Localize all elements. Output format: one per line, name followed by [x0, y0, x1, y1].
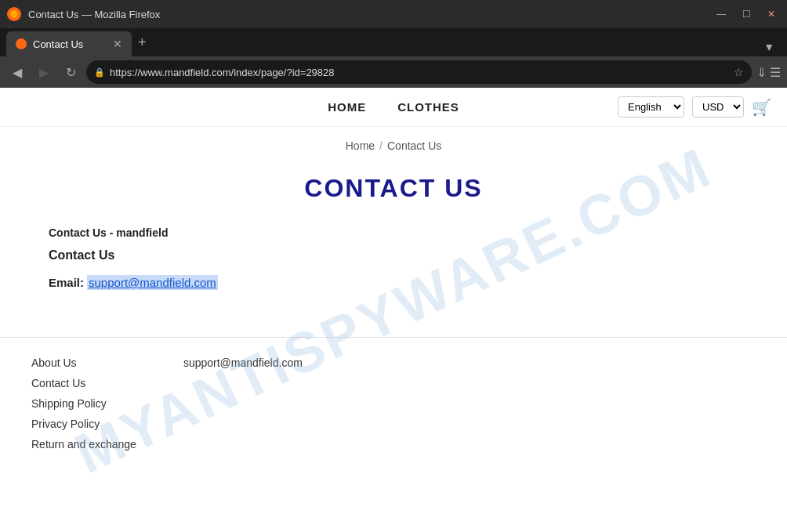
- breadcrumb-home[interactable]: Home: [346, 139, 375, 152]
- tab-bar: Contact Us ✕ + ▼: [0, 28, 787, 56]
- footer-about-us[interactable]: About Us: [31, 356, 136, 369]
- contact-section-subtitle: Contact Us - mandfield: [49, 226, 738, 239]
- site-navigation: HOME CLOTHES English French Spanish USD …: [0, 88, 787, 127]
- nav-right-controls: English French Spanish USD EUR GBP 🛒: [618, 96, 771, 118]
- back-button[interactable]: ◀: [6, 61, 28, 83]
- maximize-button[interactable]: ☐: [737, 5, 756, 24]
- svg-point-1: [10, 10, 18, 18]
- toolbar-right: ⇓ ☰: [756, 65, 781, 80]
- bookmark-icon[interactable]: ☆: [734, 66, 744, 78]
- title-bar: Contact Us — Mozilla Firefox — ☐ ✕: [0, 0, 787, 28]
- lock-icon: 🔒: [94, 67, 105, 78]
- footer-return-exchange[interactable]: Return and exchange: [31, 438, 136, 451]
- page-title: CONTACT US: [49, 174, 738, 203]
- tab-favicon: [16, 38, 27, 49]
- close-button[interactable]: ✕: [762, 5, 781, 24]
- footer-contact-us[interactable]: Contact Us: [31, 377, 136, 389]
- active-tab[interactable]: Contact Us ✕: [6, 31, 132, 56]
- tab-close-button[interactable]: ✕: [113, 38, 122, 50]
- tab-list-button[interactable]: ▼: [757, 38, 781, 56]
- url-text: https://www.mandfield.com/index/page/?id…: [110, 67, 729, 78]
- footer-privacy-policy[interactable]: Privacy Policy: [31, 418, 136, 430]
- footer-shipping-policy[interactable]: Shipping Policy: [31, 397, 136, 410]
- language-select[interactable]: English French Spanish: [618, 96, 684, 118]
- site-footer: About Us Contact Us Shipping Policy Priv…: [0, 337, 787, 469]
- breadcrumb: Home / Contact Us: [0, 127, 787, 158]
- tab-title: Contact Us: [33, 38, 107, 50]
- footer-links-column: About Us Contact Us Shipping Policy Priv…: [31, 356, 136, 451]
- nav-home[interactable]: HOME: [328, 100, 366, 114]
- email-label: Email:: [49, 276, 84, 289]
- address-bar-icons: 🔒: [94, 67, 105, 78]
- email-row: Email: support@mandfield.com: [49, 275, 738, 290]
- navigation-bar: ◀ ▶ ↻ 🔒 https://www.mandfield.com/index/…: [0, 56, 787, 88]
- forward-button[interactable]: ▶: [33, 61, 55, 83]
- title-bar-controls: — ☐ ✕: [712, 5, 781, 24]
- download-icon[interactable]: ⇓: [756, 65, 767, 80]
- currency-select[interactable]: USD EUR GBP: [692, 96, 744, 118]
- email-link[interactable]: support@mandfield.com: [87, 275, 218, 290]
- title-bar-text: Contact Us — Mozilla Firefox: [28, 9, 160, 20]
- page-content: MYANTISPYWARE.COM HOME CLOTHES English F…: [0, 88, 787, 532]
- address-bar[interactable]: 🔒 https://www.mandfield.com/index/page/?…: [86, 60, 752, 84]
- reload-button[interactable]: ↻: [60, 61, 82, 83]
- cart-icon[interactable]: 🛒: [752, 98, 771, 117]
- breadcrumb-separator: /: [379, 139, 383, 152]
- browser-chrome: Contact Us — Mozilla Firefox — ☐ ✕ Conta…: [0, 0, 787, 88]
- footer-columns: About Us Contact Us Shipping Policy Priv…: [31, 356, 756, 451]
- nav-clothes[interactable]: CLOTHES: [397, 100, 459, 114]
- nav-links: HOME CLOTHES: [328, 100, 459, 114]
- firefox-icon: [6, 6, 22, 22]
- contact-section: Contact Us - mandfield Contact Us Email:…: [49, 226, 738, 290]
- menu-icon[interactable]: ☰: [770, 65, 781, 80]
- contact-heading: Contact Us: [49, 248, 738, 262]
- minimize-button[interactable]: —: [712, 5, 731, 24]
- main-content: CONTACT US Contact Us - mandfield Contac…: [17, 158, 770, 321]
- new-tab-button[interactable]: +: [132, 31, 153, 54]
- footer-email: support@mandfield.com: [183, 356, 303, 369]
- footer-contact-column: support@mandfield.com: [183, 356, 303, 451]
- breadcrumb-current: Contact Us: [387, 139, 441, 152]
